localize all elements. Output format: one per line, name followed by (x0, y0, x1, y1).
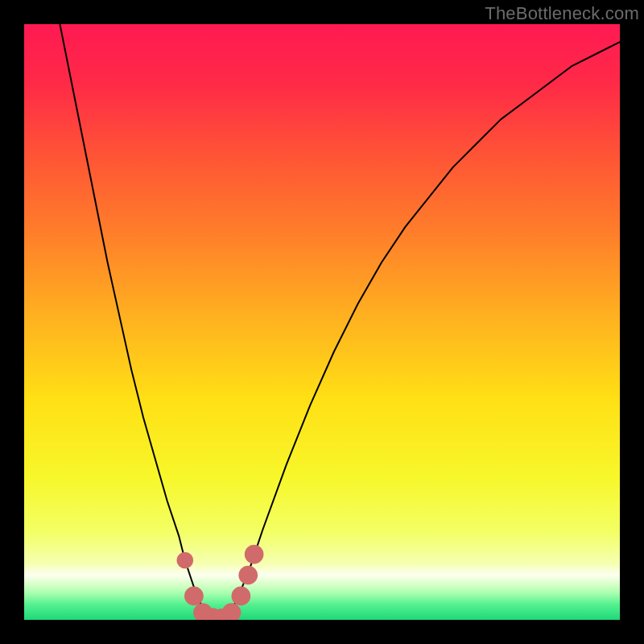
bottleneck-chart (24, 24, 620, 620)
plot-area (24, 24, 620, 620)
gradient-background (24, 24, 620, 620)
marker-right-2 (238, 566, 258, 585)
marker-left-dot (176, 552, 193, 569)
watermark-text: TheBottleneck.com (485, 3, 639, 24)
chart-frame: TheBottleneck.com (0, 0, 644, 644)
marker-right-3 (245, 545, 264, 564)
marker-left-bottom (184, 587, 204, 606)
marker-right-1 (232, 587, 251, 606)
